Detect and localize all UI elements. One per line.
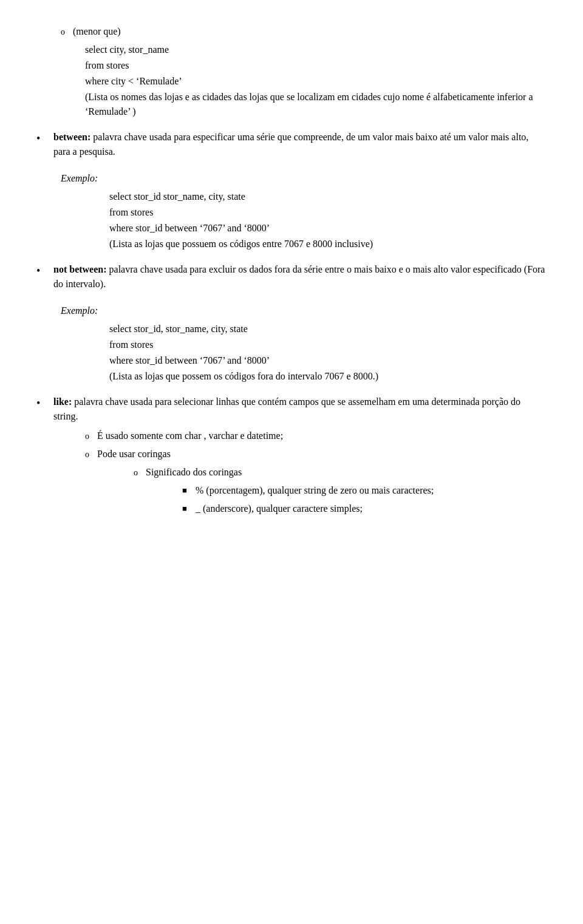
menor-que-section: o (menor que) select city, stor_name fro… — [36, 24, 547, 119]
exemplo-1-label: Exemplo: — [61, 173, 98, 183]
like-text: like: palavra chave usada para seleciona… — [53, 395, 547, 424]
ex1-code-line-1: select stor_id stor_name, city, state — [109, 189, 547, 204]
ex1-code-line-4: (Lista as lojas que possuem os códigos e… — [109, 237, 547, 251]
code-line-3: where city < ‘Remulade’ — [85, 74, 547, 89]
exemplo-2-label: Exemplo: — [61, 305, 98, 316]
ex1-code-line-2: from stores — [109, 205, 547, 220]
between-section: • between: palavra chave usada para espe… — [36, 130, 547, 159]
like-section: • like: palavra chave usada para selecio… — [36, 395, 547, 424]
like-sub-sub-1: o Significado dos coringas — [134, 465, 547, 480]
circle-bullet-icon-4: o — [134, 466, 146, 479]
not-between-keyword: not between: — [53, 264, 107, 274]
exemplo-1-code: select stor_id stor_name, city, state fr… — [109, 189, 547, 251]
like-sub-1-text: É usado somente com char , varchar e dat… — [97, 429, 283, 443]
like-sub-2-text: Pode usar coringas — [97, 447, 171, 461]
code-line-4: (Lista os nomes das lojas e as cidades d… — [85, 90, 547, 119]
between-description: palavra chave usada para especificar uma… — [53, 132, 528, 157]
disc-bullet-icon-2: • — [36, 263, 53, 279]
disc-bullet-icon: • — [36, 131, 53, 147]
coringa-2: ■ _ (anderscore), qualquer caractere sim… — [182, 501, 547, 516]
square-bullet-icon-2: ■ — [182, 503, 196, 515]
coringa-1: ■ % (porcentagem), qualquer string de ze… — [182, 483, 547, 498]
ex2-code-line-3: where stor_id between ‘7067’ and ‘8000’ — [109, 353, 547, 368]
coringa-2-text: _ (anderscore), qualquer caractere simpl… — [196, 501, 363, 516]
between-bullet-item: • between: palavra chave usada para espe… — [36, 130, 547, 159]
square-bullet-icon-1: ■ — [182, 484, 196, 497]
coringa-1-text: % (porcentagem), qualquer string de zero… — [196, 483, 434, 498]
coringas-list: ■ % (porcentagem), qualquer string de ze… — [182, 483, 547, 516]
exemplo-1-label-container: Exemplo: — [61, 171, 547, 186]
between-text: between: palavra chave usada para especi… — [53, 130, 547, 159]
not-between-section: • not between: palavra chave usada para … — [36, 262, 547, 291]
like-bullet-item: • like: palavra chave usada para selecio… — [36, 395, 547, 424]
like-sub-1: o É usado somente com char , varchar e d… — [85, 429, 547, 443]
like-sub-sub-1-text: Significado dos coringas — [146, 465, 242, 480]
exemplo-2-label-container: Exemplo: — [61, 304, 547, 318]
between-keyword: between: — [53, 132, 90, 142]
menor-que-text: (menor que) — [73, 24, 121, 39]
main-content: o (menor que) select city, stor_name fro… — [36, 24, 547, 516]
like-sub-items: o É usado somente com char , varchar e d… — [85, 429, 547, 516]
circle-bullet-icon-3: o — [85, 448, 97, 461]
ex1-code-line-3: where stor_id between ‘7067’ and ‘8000’ — [109, 221, 547, 236]
like-sub-sub-items: o Significado dos coringas ■ % (porcenta… — [134, 465, 547, 516]
code-line-2: from stores — [85, 58, 547, 73]
not-between-description: palavra chave usada para excluir os dado… — [53, 264, 545, 289]
like-keyword: like: — [53, 396, 72, 407]
menor-que-bullet: o (menor que) — [61, 24, 547, 39]
not-between-text: not between: palavra chave usada para ex… — [53, 262, 547, 291]
code-line-1: select city, stor_name — [85, 42, 547, 57]
ex2-code-line-2: from stores — [109, 338, 547, 352]
menor-que-code: select city, stor_name from stores where… — [85, 42, 547, 119]
circle-bullet-icon-2: o — [85, 430, 97, 443]
disc-bullet-icon-3: • — [36, 395, 53, 412]
ex2-code-line-4: (Lista as lojas que possem os códigos fo… — [109, 369, 547, 384]
ex2-code-line-1: select stor_id, stor_name, city, state — [109, 322, 547, 336]
circle-bullet-icon: o — [61, 25, 73, 38]
exemplo-2-code: select stor_id, stor_name, city, state f… — [109, 322, 547, 384]
like-description: palavra chave usada para selecionar linh… — [53, 396, 520, 421]
not-between-bullet-item: • not between: palavra chave usada para … — [36, 262, 547, 291]
like-sub-2: o Pode usar coringas — [85, 447, 547, 461]
